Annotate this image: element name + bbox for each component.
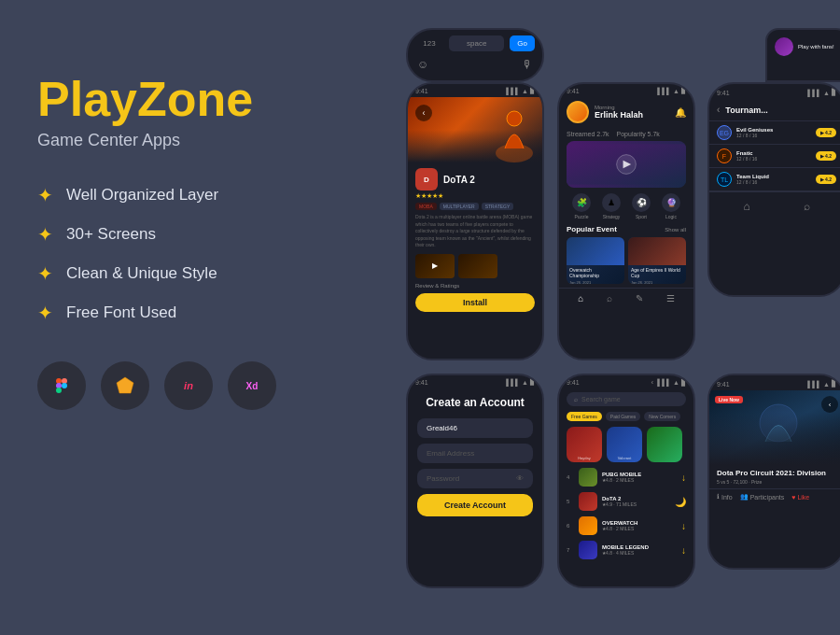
fnatic-play-btn[interactable]: ▶ 4.2 <box>816 151 836 161</box>
nav-profile[interactable]: ☰ <box>666 293 675 303</box>
user-name: Erlink Halah <box>595 110 643 120</box>
nav-home[interactable]: ⌂ <box>578 293 583 303</box>
ow-action[interactable]: ↓ <box>681 521 686 531</box>
event-name-1: Overwatch Championship <box>567 265 624 280</box>
nav-search[interactable]: ⌕ <box>607 293 612 303</box>
phone3-status-bar: 9:41 ▌▌▌ ▲ ▊ <box>408 375 542 388</box>
tournament-header: ‹ Tournam... <box>709 99 840 120</box>
popular-label-row: Popular Event Show all <box>559 225 693 233</box>
back-button[interactable]: ‹ <box>415 105 432 121</box>
dota-icon <box>579 492 597 511</box>
back-icon-4[interactable]: ‹ <box>651 378 654 387</box>
feat-game-clash[interactable]: Hayday <box>567 427 602 462</box>
dota-action[interactable]: 🌙 <box>675 497 686 507</box>
liquid-score: 12 / 8 / 16 <box>736 179 811 185</box>
search-bar[interactable]: ⌕ Search game <box>567 392 686 406</box>
key-space[interactable]: space <box>449 35 504 51</box>
screenshot-1[interactable] <box>415 254 455 278</box>
feat-game-3[interactable] <box>647 427 682 462</box>
create-account-button[interactable]: Create Account <box>417 494 533 516</box>
nav-search-6[interactable]: ⌕ <box>804 200 810 213</box>
phone-game-detail: 9:41 ▌▌▌ ▲ ▊ ‹ D DoTA 2 ★★★★★ MOBA MULTI… <box>406 82 544 360</box>
play-fans-content: Play with fans! <box>767 30 840 64</box>
phone-playfans: Play with fans! <box>765 28 840 82</box>
team-item-eg[interactable]: EG Evil Geniuses 12 / 8 / 16 ▶ 4.2 <box>709 121 840 145</box>
like-btn[interactable]: ♥ Like <box>791 493 809 501</box>
account-form-title: Create an Account <box>408 388 542 418</box>
match-info: Dota Pro Circuit 2021: Division 5 vs 5 ·… <box>709 465 840 488</box>
event-card-2[interactable]: Age of Empires II World Cup Jan 26, 2021 <box>628 237 686 284</box>
password-placeholder: Password <box>427 474 459 483</box>
event-cards: Overwatch Championship Jan 26, 2021 Age … <box>559 233 693 288</box>
key-123[interactable]: 123 <box>415 39 443 48</box>
match-actions: ℹ Info 👥 Participants ♥ Like <box>709 489 840 504</box>
feature-item-2: ✦ 30+ Screens <box>37 223 336 246</box>
game-preview <box>567 141 686 188</box>
liquid-info: Team Liquid 12 / 8 / 16 <box>736 174 811 185</box>
dota-info: DoTA 2 ★4.9 · 71 MILES <box>602 496 670 507</box>
brand-subtitle: Game Center Apps <box>37 131 336 150</box>
liquid-logo: TL <box>717 172 732 187</box>
logic-label: Logic <box>665 214 677 219</box>
phone3-time: 9:41 <box>415 379 428 386</box>
notification-icon[interactable]: 🔔 <box>675 107 686 118</box>
fnatic-score: 12 / 8 / 16 <box>736 156 811 162</box>
team-item-fnatic[interactable]: F Fnatic 12 / 8 / 16 ▶ 4.2 <box>709 145 840 168</box>
eg-play-btn[interactable]: ▶ 4.2 <box>816 128 836 137</box>
play-fan-avatar <box>775 37 793 56</box>
screenshot-2[interactable] <box>458 254 497 278</box>
password-field[interactable]: Password 👁 <box>417 469 533 488</box>
feature-label-1: Well Organized Layer <box>66 186 218 205</box>
phone1-status-bar: 9:41 ▌▌▌ ▲ ▊ <box>408 84 542 97</box>
emoji-mic-row: ☺ 🎙 <box>408 55 542 74</box>
info-btn[interactable]: ℹ Info <box>717 493 733 501</box>
tab-free-games[interactable]: Free Games <box>567 412 602 421</box>
username-field[interactable]: Greald46 <box>417 418 533 438</box>
tag-strategy: STRATEGY <box>482 203 514 210</box>
back-icon-6[interactable]: ‹ <box>717 105 720 115</box>
event-date-1: Jan 26, 2021 <box>567 280 624 284</box>
liquid-play-btn[interactable]: ▶ 4.2 <box>816 175 836 184</box>
phone4-status-bar: 9:41 ‹ ▌▌▌ ▲ ▊ <box>559 375 693 389</box>
participants-btn[interactable]: 👥 Participants <box>740 493 785 501</box>
team-item-liquid[interactable]: TL Team Liquid 12 / 8 / 16 ▶ 4.2 <box>709 168 840 191</box>
svg-marker-5 <box>117 377 133 393</box>
ml-action[interactable]: ↓ <box>681 545 686 556</box>
feature-label-4: Free Font Used <box>66 303 176 322</box>
nav-edit[interactable]: ✎ <box>636 293 643 303</box>
username-value: Greald46 <box>427 424 457 432</box>
strategy-icon: ♟ <box>602 193 621 212</box>
cat-sport[interactable]: ⚽ Sport <box>632 193 651 219</box>
nav-home-6[interactable]: ⌂ <box>743 200 749 213</box>
svg-point-3 <box>56 388 62 393</box>
star-icon-4: ✦ <box>37 302 53 324</box>
profile-row: Morning Erlink Halah 🔔 <box>559 97 693 127</box>
feature-list: ✦ Well Organized Layer ✦ 30+ Screens ✦ C… <box>37 184 336 324</box>
ow-icon <box>579 516 597 535</box>
cat-logic[interactable]: 🔮 Logic <box>662 193 680 219</box>
left-panel: PlayZone Game Center Apps ✦ Well Organiz… <box>37 75 336 410</box>
cat-puzzle[interactable]: 🧩 Puzzle <box>572 193 591 219</box>
cat-strategy[interactable]: ♟ Strategy <box>602 193 621 219</box>
key-go[interactable]: Go <box>510 35 535 51</box>
show-all-link[interactable]: Show all <box>665 227 686 233</box>
dota-logo: D <box>415 168 438 190</box>
tab-new-comers[interactable]: New Comers <box>644 412 680 421</box>
install-button[interactable]: Install <box>415 293 535 312</box>
game-list-item-ml[interactable]: 7 MOBILE LEGEND ★4.8 · 4 MILES ↓ <box>559 538 693 562</box>
ml-meta: ★4.8 · 4 MILES <box>602 550 677 556</box>
email-field[interactable]: Email Address <box>417 444 533 463</box>
tab-paid-games[interactable]: Paid Games <box>606 412 641 421</box>
play-fan-text: Play with fans! <box>798 44 834 49</box>
figma-icon <box>37 361 86 410</box>
back-icon-7[interactable]: ‹ <box>821 396 838 413</box>
info-icon: ℹ <box>717 493 720 501</box>
event-card-1[interactable]: Overwatch Championship Jan 26, 2021 <box>567 237 624 284</box>
pubg-action[interactable]: ↓ <box>681 473 686 483</box>
game-list-item-dota[interactable]: 5 DoTA 2 ★4.9 · 71 MILES 🌙 <box>559 489 693 514</box>
feat-game-valorant[interactable]: Valorant <box>607 427 642 462</box>
sport-icon: ⚽ <box>632 193 651 212</box>
game-list-item-ow[interactable]: 6 OVERWATCH ★4.8 · 2 MILES ↓ <box>559 514 693 538</box>
game-list-item-pubg[interactable]: 4 PUBG MOBILE ★4.8 · 2 MILES ↓ <box>559 465 693 489</box>
phone-create-account: 9:41 ▌▌▌ ▲ ▊ Create an Account Greald46 … <box>406 374 544 588</box>
